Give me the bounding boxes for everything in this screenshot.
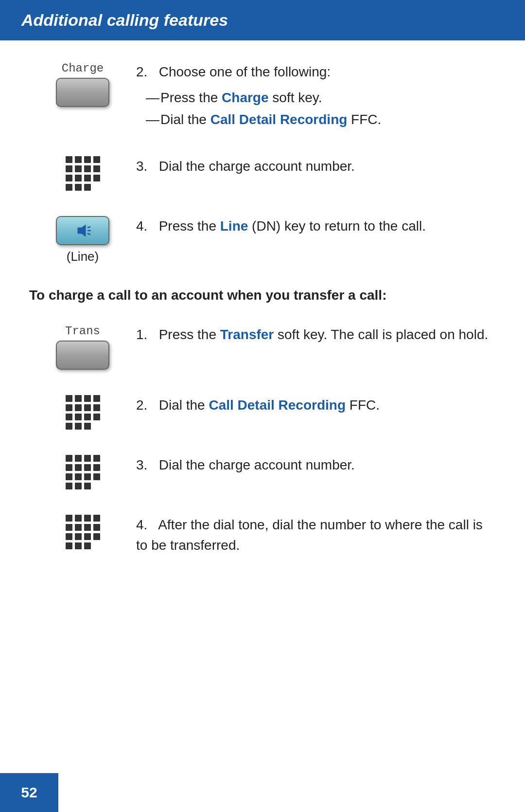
kd: [84, 414, 91, 420]
kd: [93, 165, 100, 172]
trans-step2-text: 2. Dial the Call Detail Recording FFC.: [136, 393, 496, 415]
kd: [66, 455, 72, 462]
kd-empty: [93, 184, 100, 191]
line-link: Line: [220, 218, 248, 234]
step3-text: 3. Dial the charge account number.: [136, 154, 496, 177]
kd-empty: [93, 542, 100, 549]
kd: [84, 455, 91, 462]
page-title: Additional calling features: [21, 11, 504, 30]
kd: [75, 542, 82, 549]
kd: [66, 483, 72, 489]
kd: [93, 515, 100, 522]
kd: [75, 423, 82, 430]
kd: [66, 395, 72, 402]
kd: [93, 156, 100, 163]
kd: [75, 175, 82, 181]
kd: [93, 455, 100, 462]
kd: [66, 515, 72, 522]
svg-marker-0: [78, 225, 86, 236]
kd: [66, 473, 72, 480]
kd: [84, 395, 91, 402]
kd: [75, 515, 82, 522]
kd: [93, 175, 100, 181]
bullet-2: Dial the Call Detail Recording FFC.: [146, 109, 496, 131]
kd: [84, 404, 91, 411]
kd: [84, 423, 91, 430]
step2-body: Choose one of the following:: [159, 64, 331, 79]
transfer-link: Transfer: [220, 327, 274, 342]
kd: [84, 184, 91, 191]
kd: [84, 156, 91, 163]
kd: [75, 473, 82, 480]
trans-icon-col: Trans: [29, 323, 136, 370]
step2-number: 2.: [136, 64, 147, 79]
step2-text: 2. Choose one of the following: Press th…: [136, 60, 496, 131]
kd: [66, 156, 72, 163]
trans-step3-body: Dial the charge account number.: [159, 457, 355, 472]
trans-step-row-1: Trans 1. Press the Transfer soft key. Th…: [29, 323, 496, 370]
keypad-icon-col-4: [29, 513, 136, 549]
kd: [93, 524, 100, 531]
cdr-link-2: Call Detail Recording: [209, 397, 346, 413]
trans-step2-number: 2.: [136, 397, 147, 413]
keypad-icon-4: [66, 515, 100, 549]
kd: [93, 464, 100, 471]
section2-heading: To charge a call to an account when you …: [29, 288, 496, 303]
kd: [75, 184, 82, 191]
kd: [66, 533, 72, 540]
kd: [93, 473, 100, 480]
kd: [66, 524, 72, 531]
svg-line-1: [88, 227, 90, 228]
kd: [66, 404, 72, 411]
line-key-icon: [56, 216, 109, 245]
keypad-icon-col-2: [29, 393, 136, 430]
step3-body: Dial the charge account number.: [159, 159, 355, 174]
trans-step1-text: 1. Press the Transfer soft key. The call…: [136, 323, 496, 345]
kd: [75, 533, 82, 540]
trans-step1-number: 1.: [136, 327, 147, 342]
kd: [66, 175, 72, 181]
trans-step3-text: 3. Dial the charge account number.: [136, 453, 496, 475]
keypad-icon-1: [66, 156, 100, 191]
kd: [93, 414, 100, 420]
kd: [75, 165, 82, 172]
kd: [75, 156, 82, 163]
svg-line-3: [88, 234, 90, 235]
kd: [93, 404, 100, 411]
kd-empty: [93, 423, 100, 430]
keypad-icon-col-3: [29, 453, 136, 489]
step3-number: 3.: [136, 159, 147, 174]
kd: [84, 473, 91, 480]
kd: [84, 165, 91, 172]
trans-step3-number: 3.: [136, 457, 147, 472]
step-row-2: Charge 2. Choose one of the following: P…: [29, 60, 496, 131]
trans-step-row-3: 3. Dial the charge account number.: [29, 453, 496, 489]
trans-softkey-icon: [56, 341, 109, 370]
kd: [75, 524, 82, 531]
kd: [75, 395, 82, 402]
kd: [84, 542, 91, 549]
trans-step4-number: 4.: [136, 517, 147, 532]
step2-bullets: Press the Charge soft key. Dial the Call…: [136, 87, 496, 131]
speaker-icon: [74, 224, 91, 237]
step4-text: 4. Press the Line (DN) key to return to …: [136, 214, 496, 236]
trans-step4-body: After the dial tone, dial the number to …: [136, 517, 483, 553]
keypad-icon-col-1: [29, 154, 136, 191]
kd: [66, 464, 72, 471]
kd: [66, 184, 72, 191]
line-icon-col: (Line): [29, 214, 136, 264]
trans-step-row-4: 4. After the dial tone, dial the number …: [29, 513, 496, 556]
keypad-icon-2: [66, 395, 100, 430]
kd: [66, 414, 72, 420]
kd: [84, 175, 91, 181]
page-header: Additional calling features: [0, 0, 525, 40]
kd: [84, 464, 91, 471]
charge-icon-col: Charge: [29, 60, 136, 107]
charge-label: Charge: [62, 62, 104, 75]
kd: [93, 395, 100, 402]
kd: [66, 165, 72, 172]
kd: [75, 464, 82, 471]
step4-number: 4.: [136, 218, 147, 234]
kd: [66, 423, 72, 430]
trans-step4-text: 4. After the dial tone, dial the number …: [136, 513, 496, 556]
